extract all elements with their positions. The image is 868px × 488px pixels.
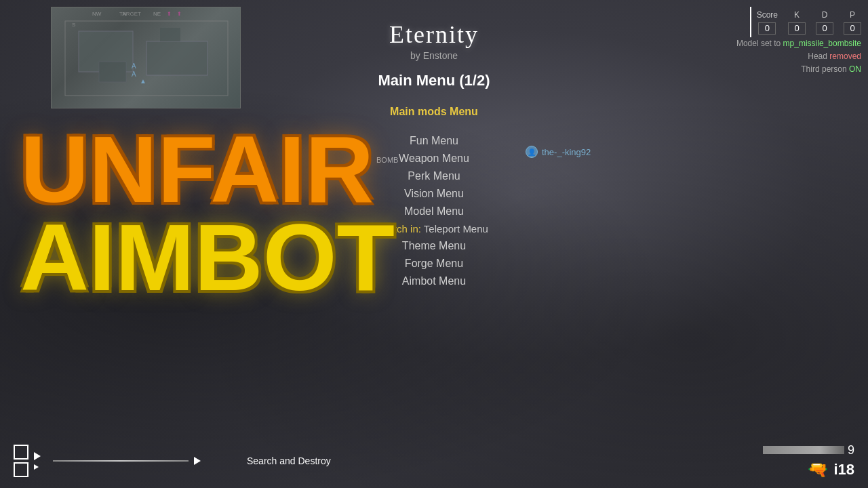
ammo-bar	[763, 446, 844, 454]
menu-center: Eternity by Enstone Main Menu (1/2) Main…	[298, 20, 570, 121]
ammo-max: i18	[833, 461, 854, 479]
menu-item-forge[interactable]: Forge Menu	[298, 255, 570, 272]
p-label: P	[850, 10, 855, 20]
model-info: Model set to mp_missile_bombsite Head re…	[736, 37, 861, 77]
svg-text:⬆: ⬆	[167, 11, 172, 17]
menu-item-vision[interactable]: Vision Menu	[298, 185, 570, 203]
svg-text:▲: ▲	[140, 77, 146, 85]
hud-boxes	[14, 445, 28, 477]
game-subtitle: by Enstone	[298, 50, 570, 61]
score-header-row: Score 0 K 0 D 0 P 0	[750, 7, 861, 37]
score-hud: Score 0 K 0 D 0 P 0	[750, 7, 861, 39]
menu-list: Main mods Menu	[298, 103, 570, 121]
ammo-number: 9	[848, 443, 854, 458]
head-line: Head removed	[736, 50, 861, 63]
head-status: removed	[829, 52, 861, 61]
third-person-status: ON	[849, 64, 861, 74]
hud-box-2	[14, 462, 28, 477]
k-label: K	[794, 10, 800, 20]
d-label: D	[822, 10, 828, 20]
score-divider	[750, 7, 751, 37]
ammo-container: 9 🔫 i18	[763, 443, 854, 479]
svg-rect-3	[99, 62, 126, 82]
svg-text:N: N	[123, 11, 127, 17]
game-title: Eternity	[298, 20, 570, 49]
menu-items-list: Fun Menu Weapon Menu Perk Menu Vision Me…	[298, 132, 570, 290]
score-col-k: K 0	[788, 10, 806, 35]
svg-text:NE: NE	[153, 11, 161, 17]
ammo-max-row: 🔫 i18	[808, 460, 854, 479]
menu-items-container: Fun Menu Weapon Menu Perk Menu Vision Me…	[298, 132, 570, 290]
hud-arrows	[34, 452, 41, 470]
game-mode: Search and Destroy	[247, 455, 331, 466]
arrow-right-1	[34, 452, 41, 460]
menu-item-model[interactable]: Model Menu	[298, 203, 570, 220]
menu-item-aimbot[interactable]: Aimbot Menu	[298, 272, 570, 290]
menu-item-fun[interactable]: Fun Menu	[298, 132, 570, 150]
score-cols: Score 0 K 0 D 0 P 0	[757, 10, 861, 35]
score-label: Score	[757, 10, 778, 20]
hud-box-1	[14, 445, 28, 460]
model-line: Model set to mp_missile_bombsite	[736, 37, 861, 50]
score-col-p: P 0	[844, 10, 861, 35]
menu-item-weapon[interactable]: Weapon Menu	[298, 150, 570, 167]
svg-text:⬆: ⬆	[177, 11, 182, 17]
minimap-inner: S TARGET ⬆ ⬆ A A ▲ NW N NE	[52, 7, 240, 108]
k-value: 0	[788, 22, 806, 35]
svg-text:S: S	[72, 22, 75, 28]
score-value: 0	[758, 22, 776, 35]
bottom-right-section: 9 🔫 i18	[763, 443, 854, 479]
menu-header: Main Menu (1/2)	[298, 72, 570, 89]
hud-line	[53, 460, 189, 462]
menu-item-main-mods[interactable]: Main mods Menu	[298, 103, 570, 121]
ammo-display: 9	[763, 443, 854, 458]
menu-item-scroll-label: Match in: Teleport Menu	[298, 220, 570, 237]
p-value: 0	[844, 22, 861, 35]
arrow-right-2	[34, 464, 39, 470]
score-col-d: D 0	[816, 10, 833, 35]
svg-rect-4	[160, 28, 180, 41]
bottom-left-section: Search and Destroy	[14, 445, 331, 477]
model-value: mp_missile_bombsite	[783, 39, 861, 48]
menu-item-theme[interactable]: Theme Menu	[298, 237, 570, 255]
menu-item-perk[interactable]: Perk Menu	[298, 167, 570, 185]
svg-rect-2	[146, 41, 208, 75]
d-value: 0	[816, 22, 833, 35]
third-person-line: Third person ON	[736, 63, 861, 76]
svg-text:NW: NW	[92, 11, 102, 17]
arrow-right-3	[194, 457, 201, 465]
svg-text:A: A	[132, 70, 136, 78]
minimap: S TARGET ⬆ ⬆ A A ▲ NW N NE	[51, 7, 241, 108]
svg-text:A: A	[132, 62, 136, 70]
weapon-icon: 🔫	[808, 460, 828, 479]
bottom-hud: Search and Destroy 9 🔫 i18	[0, 434, 868, 488]
score-col-score: Score 0	[757, 10, 778, 35]
